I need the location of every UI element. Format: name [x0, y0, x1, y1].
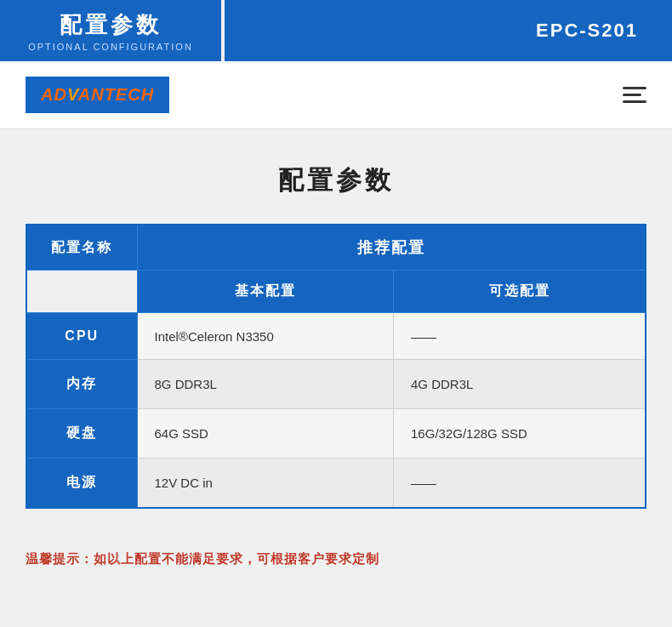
- logo-text: ADVANTECH: [41, 85, 154, 105]
- table-row: CPU Intel®Celeron N3350 ——: [26, 313, 646, 360]
- logo-accent: V: [67, 85, 78, 104]
- table-section: 配置名称 推荐配置 配置名称 基本配置 可选配置 CPU Intel®Celer…: [0, 224, 672, 534]
- col-optional-label: 可选配置: [394, 271, 646, 313]
- menu-icon[interactable]: [623, 87, 646, 103]
- header-left-block: 配置参数 OPTIONAL CONFIGURATION: [0, 0, 221, 61]
- table-row: 硬盘 64G SSD 16G/32G/128G SSD: [26, 409, 646, 459]
- row-label-cpu: CPU: [26, 313, 137, 360]
- logo-prefix: AD: [41, 85, 67, 104]
- notice-content: 温馨提示：如以上配置不能满足要求，可根据客户要求定制: [26, 551, 379, 566]
- row-optional-ram: 4G DDR3L: [394, 360, 646, 409]
- row-basic-cpu: Intel®Celeron N3350: [137, 313, 394, 360]
- table-header-row-top: 配置名称 推荐配置: [26, 225, 646, 271]
- col-header-name: 配置名称: [26, 225, 137, 271]
- navbar: ADVANTECH: [0, 61, 672, 129]
- menu-line-2: [623, 94, 641, 96]
- page-header: 配置参数 OPTIONAL CONFIGURATION EPC-S201: [0, 0, 672, 61]
- notice-text: 温馨提示：如以上配置不能满足要求，可根据客户要求定制: [0, 534, 672, 584]
- table-header-row-sub: 配置名称 基本配置 可选配置: [26, 271, 646, 313]
- row-basic-power: 12V DC in: [137, 459, 394, 509]
- table-row: 电源 12V DC in ——: [26, 459, 646, 509]
- product-name: EPC-S201: [536, 20, 638, 42]
- menu-line-1: [623, 87, 646, 89]
- row-optional-disk: 16G/32G/128G SSD: [394, 409, 646, 459]
- row-label-power: 电源: [26, 459, 137, 509]
- table-row: 内存 8G DDR3L 4G DDR3L: [26, 360, 646, 409]
- header-subtitle: OPTIONAL CONFIGURATION: [28, 42, 193, 52]
- row-optional-cpu: ——: [394, 313, 646, 360]
- col-basic-label: 基本配置: [137, 271, 394, 313]
- page-title-section: 配置参数: [0, 129, 672, 224]
- row-label-ram: 内存: [26, 360, 137, 409]
- row-basic-disk: 64G SSD: [137, 409, 394, 459]
- row-label-disk: 硬盘: [26, 409, 137, 459]
- header-title: 配置参数: [60, 10, 162, 40]
- logo-suffix: ANTECH: [78, 85, 154, 104]
- row-optional-power: ——: [394, 459, 646, 509]
- logo: ADVANTECH: [26, 77, 169, 113]
- page-title: 配置参数: [0, 163, 672, 198]
- header-right-block: EPC-S201: [225, 0, 672, 61]
- config-table: 配置名称 推荐配置 配置名称 基本配置 可选配置 CPU Intel®Celer…: [26, 224, 646, 509]
- section-header: 推荐配置: [137, 225, 646, 271]
- row-basic-ram: 8G DDR3L: [137, 360, 394, 409]
- menu-line-3: [623, 100, 646, 103]
